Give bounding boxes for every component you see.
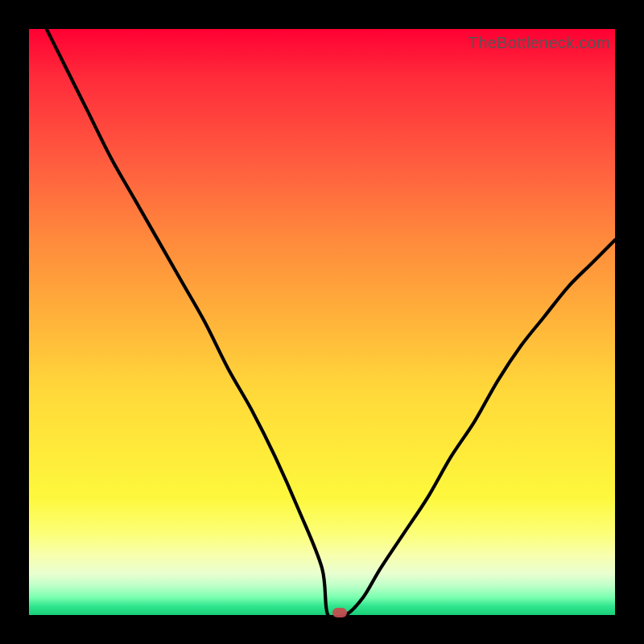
plot-area: TheBottleneck.com: [29, 29, 615, 615]
optimal-point-marker: [332, 608, 347, 617]
curve-path: [47, 29, 615, 615]
bottleneck-curve: [29, 29, 615, 615]
chart-frame: TheBottleneck.com: [0, 0, 644, 644]
